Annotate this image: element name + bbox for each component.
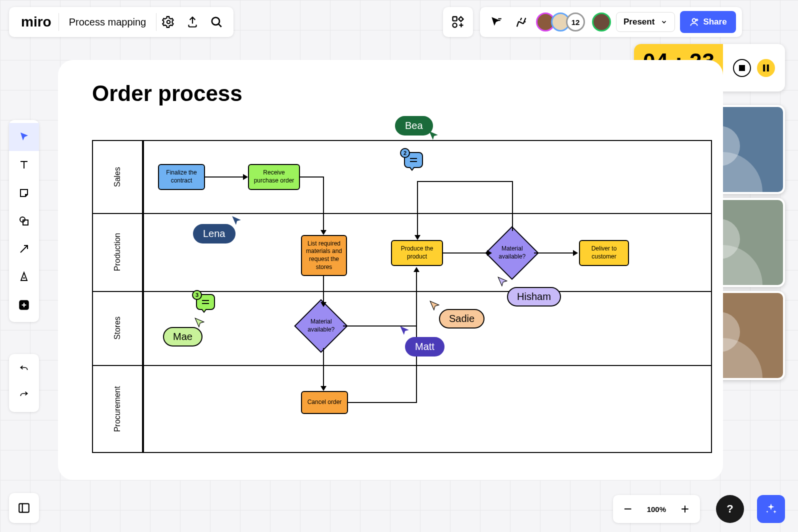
arrowhead-icon	[320, 230, 326, 235]
top-toolbar: miro Process mapping	[9, 7, 234, 37]
undo-button[interactable]	[9, 357, 39, 383]
lane-label: Procurement	[113, 386, 122, 432]
arrowhead-icon	[243, 174, 248, 180]
lane-divider	[93, 213, 711, 214]
timer-pause-button[interactable]	[757, 59, 775, 77]
arrowhead-icon	[320, 302, 326, 307]
diamond-label: Material available?	[303, 318, 339, 334]
zoom-value[interactable]: 100%	[642, 505, 671, 514]
connector[interactable]	[417, 181, 418, 237]
avatar-stack[interactable]: 12	[536, 12, 585, 32]
text-tool[interactable]	[9, 151, 39, 179]
ai-assist-button[interactable]	[757, 495, 785, 523]
lane-header-divider	[143, 141, 144, 452]
export-icon[interactable]	[180, 10, 204, 34]
user-cursor-pill: Mae	[163, 327, 202, 346]
svg-point-0	[167, 20, 170, 24]
cursor-icon	[231, 215, 242, 226]
board-name[interactable]: Process mapping	[58, 13, 157, 31]
present-button[interactable]: Present	[616, 12, 675, 32]
user-cursor-pill: Hisham	[507, 287, 561, 306]
node-material-1[interactable]: Material available?	[294, 299, 348, 352]
connector[interactable]	[416, 270, 417, 403]
node-finalize[interactable]: Finalize the contract	[158, 164, 205, 190]
comment-bubble[interactable]: 3	[196, 294, 215, 310]
stop-icon	[739, 65, 745, 71]
node-deliver[interactable]: Deliver to customer	[579, 240, 629, 266]
connector[interactable]	[512, 181, 513, 231]
connector[interactable]	[323, 276, 324, 304]
settings-icon[interactable]	[156, 10, 180, 34]
undo-redo-toolbar	[9, 354, 39, 412]
logo[interactable]: miro	[14, 14, 58, 30]
search-icon[interactable]	[204, 10, 228, 34]
svg-point-4	[692, 18, 696, 22]
shape-tool[interactable]	[9, 207, 39, 235]
svg-rect-7	[767, 64, 769, 72]
redo-button[interactable]	[9, 383, 39, 409]
connector[interactable]	[205, 176, 244, 178]
timer-stop-button[interactable]	[733, 59, 751, 77]
person-add-icon	[689, 17, 699, 27]
panel-toggle[interactable]	[9, 493, 39, 523]
lane-label: Production	[113, 233, 122, 272]
add-tool[interactable]	[9, 291, 39, 319]
svg-rect-6	[763, 64, 765, 72]
frame[interactable]: Order process Sales Production Stores Pr…	[58, 60, 723, 480]
select-tool[interactable]	[9, 123, 39, 151]
avatar-self[interactable]	[592, 12, 611, 32]
lane-label: Sales	[113, 167, 122, 187]
cursor-icon	[497, 276, 508, 287]
comment-count-badge: 3	[192, 290, 202, 300]
lines-icon	[201, 299, 210, 305]
diamond-label: Material available?	[494, 245, 530, 260]
pen-tool[interactable]	[9, 263, 39, 291]
arrowhead-icon	[487, 250, 492, 256]
swimlanes[interactable]: Sales Production Stores Procurement Fina…	[92, 140, 712, 453]
node-cancel[interactable]: Cancel order	[301, 391, 348, 414]
svg-point-3	[453, 23, 457, 27]
comment-bubble[interactable]: 2	[404, 152, 423, 168]
lane-header[interactable]: Procurement	[93, 365, 143, 453]
share-label: Share	[703, 17, 726, 27]
cursor-icon	[399, 325, 410, 336]
connector[interactable]	[534, 252, 575, 254]
lines-icon	[409, 157, 418, 163]
apps-button[interactable]	[443, 7, 473, 37]
sticky-note-tool[interactable]	[9, 179, 39, 207]
arrow-tool[interactable]	[9, 235, 39, 263]
svg-rect-2	[453, 17, 457, 21]
lane-header[interactable]: Sales	[93, 141, 143, 213]
lane-divider	[93, 365, 711, 366]
arrowhead-icon	[414, 235, 420, 240]
node-material-2[interactable]: Material available?	[485, 226, 538, 280]
connector[interactable]	[300, 176, 324, 178]
share-button[interactable]: Share	[680, 11, 736, 33]
reactions-icon[interactable]	[511, 12, 531, 32]
avatar-overflow[interactable]: 12	[566, 12, 585, 32]
svg-rect-5	[739, 65, 745, 71]
zoom-controls: − 100% +	[613, 495, 700, 523]
zoom-in-button[interactable]: +	[675, 499, 695, 519]
left-toolbar	[9, 120, 39, 322]
cursor-follow-icon[interactable]	[486, 12, 506, 32]
connector[interactable]	[443, 252, 489, 254]
lane-header[interactable]: Stores	[93, 291, 143, 365]
chevron-down-icon	[660, 18, 668, 26]
cursor-icon	[194, 317, 205, 328]
arrowhead-icon	[320, 386, 326, 391]
connector[interactable]	[323, 348, 324, 388]
help-button[interactable]: ?	[716, 495, 744, 523]
lane-header[interactable]: Production	[93, 213, 143, 291]
zoom-out-button[interactable]: −	[618, 499, 638, 519]
cursor-icon	[428, 130, 439, 141]
connector[interactable]	[417, 181, 513, 182]
node-list[interactable]: List required materials and request the …	[301, 235, 347, 276]
node-produce[interactable]: Produce the product	[391, 240, 443, 266]
node-receive[interactable]: Receive purchase order	[248, 164, 300, 190]
user-cursor-pill: Lena	[193, 224, 236, 244]
connector[interactable]	[323, 176, 324, 232]
cursor-icon	[429, 300, 440, 311]
frame-title[interactable]: Order process	[92, 81, 242, 106]
connector[interactable]	[348, 402, 417, 403]
